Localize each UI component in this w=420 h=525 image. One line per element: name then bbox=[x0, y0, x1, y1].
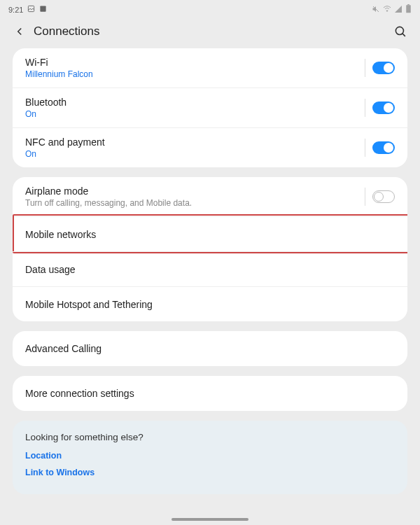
wifi-icon bbox=[383, 5, 391, 15]
wifi-toggle[interactable] bbox=[372, 62, 395, 74]
signal-icon bbox=[394, 5, 402, 15]
card-looking-for: Looking for something else? Location Lin… bbox=[13, 421, 407, 494]
status-left: 9:21 bbox=[8, 5, 47, 14]
link-location[interactable]: Location bbox=[25, 451, 395, 461]
divider bbox=[365, 139, 365, 157]
row-main: Bluetooth On bbox=[25, 97, 365, 119]
wifi-sub: Millennium Falcon bbox=[25, 69, 365, 79]
home-indicator[interactable] bbox=[172, 518, 248, 521]
card-more: More connection settings bbox=[13, 376, 407, 411]
notification-icon bbox=[39, 5, 47, 14]
mute-icon bbox=[372, 5, 380, 15]
hotspot-title: Mobile Hotspot and Tethering bbox=[25, 299, 395, 310]
mobile-networks-highlight: Mobile networks bbox=[13, 216, 407, 251]
svg-rect-4 bbox=[406, 5, 411, 13]
row-advanced-calling[interactable]: Advanced Calling bbox=[13, 331, 407, 366]
card-wireless: Wi-Fi Millennium Falcon Bluetooth On NFC… bbox=[13, 48, 407, 167]
more-settings-title: More connection settings bbox=[25, 388, 395, 399]
nfc-toggle[interactable] bbox=[372, 141, 395, 154]
search-icon bbox=[394, 25, 407, 38]
status-right bbox=[372, 4, 412, 15]
nfc-title: NFC and payment bbox=[25, 136, 365, 148]
nfc-sub: On bbox=[25, 149, 365, 159]
row-data-usage[interactable]: Data usage bbox=[13, 251, 407, 286]
battery-icon bbox=[405, 4, 412, 15]
status-time: 9:21 bbox=[8, 6, 23, 14]
row-main: More connection settings bbox=[25, 388, 395, 399]
row-wifi[interactable]: Wi-Fi Millennium Falcon bbox=[13, 48, 407, 88]
divider bbox=[365, 188, 365, 206]
search-button[interactable] bbox=[392, 23, 409, 40]
wifi-title: Wi-Fi bbox=[25, 57, 365, 68]
card-advanced-calling: Advanced Calling bbox=[13, 331, 407, 366]
row-main: NFC and payment On bbox=[25, 136, 365, 159]
row-nfc[interactable]: NFC and payment On bbox=[13, 127, 407, 167]
airplane-sub: Turn off calling, messaging, and Mobile … bbox=[25, 198, 365, 208]
bluetooth-sub: On bbox=[25, 109, 365, 119]
svg-line-7 bbox=[402, 33, 405, 36]
svg-rect-1 bbox=[41, 6, 46, 11]
row-main: Airplane mode Turn off calling, messagin… bbox=[25, 186, 365, 208]
content: Wi-Fi Millennium Falcon Bluetooth On NFC… bbox=[0, 48, 420, 494]
airplane-title: Airplane mode bbox=[25, 186, 365, 197]
row-more-settings[interactable]: More connection settings bbox=[13, 376, 407, 411]
header: Connections bbox=[0, 16, 420, 48]
chevron-left-icon bbox=[13, 25, 26, 38]
looking-for-title: Looking for something else? bbox=[25, 432, 395, 442]
card-network: Airplane mode Turn off calling, messagin… bbox=[13, 177, 407, 321]
row-main: Wi-Fi Millennium Falcon bbox=[25, 57, 365, 79]
bluetooth-title: Bluetooth bbox=[25, 97, 365, 108]
row-airplane[interactable]: Airplane mode Turn off calling, messagin… bbox=[13, 177, 407, 216]
advanced-calling-title: Advanced Calling bbox=[25, 343, 395, 354]
mobile-networks-title: Mobile networks bbox=[25, 229, 395, 240]
row-mobile-networks[interactable]: Mobile networks bbox=[13, 216, 407, 251]
data-usage-title: Data usage bbox=[25, 264, 395, 275]
svg-rect-5 bbox=[407, 4, 410, 5]
page-title: Connections bbox=[34, 24, 392, 38]
link-to-windows[interactable]: Link to Windows bbox=[25, 468, 395, 477]
row-main: Mobile networks bbox=[25, 229, 395, 240]
airplane-toggle[interactable] bbox=[372, 190, 395, 203]
row-main: Data usage bbox=[25, 264, 395, 275]
status-bar: 9:21 bbox=[0, 0, 420, 16]
divider bbox=[365, 59, 365, 77]
divider bbox=[365, 99, 365, 117]
back-button[interactable] bbox=[11, 23, 28, 40]
row-main: Mobile Hotspot and Tethering bbox=[25, 299, 395, 310]
svg-point-6 bbox=[396, 27, 403, 34]
bluetooth-toggle[interactable] bbox=[372, 102, 395, 114]
svg-point-3 bbox=[386, 10, 388, 11]
row-main: Advanced Calling bbox=[25, 343, 395, 354]
row-bluetooth[interactable]: Bluetooth On bbox=[13, 88, 407, 127]
row-hotspot[interactable]: Mobile Hotspot and Tethering bbox=[13, 286, 407, 321]
image-icon bbox=[27, 5, 35, 14]
